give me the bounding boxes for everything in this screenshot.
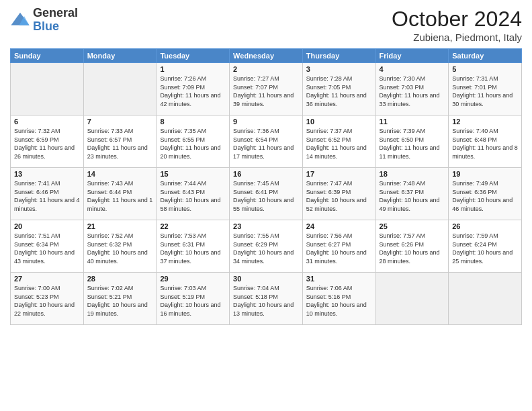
header-tuesday: Tuesday [157,49,230,63]
day-info: Sunrise: 7:28 AM Sunset: 7:05 PM Dayligh… [306,75,372,108]
cell-week1-day6: 4Sunrise: 7:30 AM Sunset: 7:03 PM Daylig… [375,63,449,116]
logo-text: General Blue [33,7,78,34]
day-info: Sunrise: 7:43 AM Sunset: 6:44 PM Dayligh… [87,179,153,213]
day-info: Sunrise: 7:02 AM Sunset: 5:21 PM Dayligh… [87,284,153,318]
day-info: Sunrise: 7:32 AM Sunset: 6:59 PM Dayligh… [14,127,80,161]
logo-blue: Blue [33,19,59,33]
cell-week4-day7: 26Sunrise: 7:59 AM Sunset: 6:24 PM Dayli… [449,220,522,273]
day-info: Sunrise: 7:31 AM Sunset: 7:01 PM Dayligh… [452,75,518,108]
day-number: 8 [160,118,226,126]
day-info: Sunrise: 7:04 AM Sunset: 5:18 PM Dayligh… [233,284,299,318]
day-number: 4 [380,65,445,73]
header-wednesday: Wednesday [230,49,303,63]
day-info: Sunrise: 7:48 AM Sunset: 6:37 PM Dayligh… [380,179,445,213]
day-info: Sunrise: 7:35 AM Sunset: 6:55 PM Dayligh… [160,127,226,161]
cell-week3-day3: 15Sunrise: 7:44 AM Sunset: 6:43 PM Dayli… [157,168,230,220]
day-info: Sunrise: 7:45 AM Sunset: 6:41 PM Dayligh… [233,179,299,213]
title-block: October 2024 Zubiena, Piedmont, Italy [392,7,522,43]
day-number: 17 [306,170,372,178]
cell-week1-day7: 5Sunrise: 7:31 AM Sunset: 7:01 PM Daylig… [449,63,522,116]
day-number: 13 [14,170,80,178]
cell-week5-day3: 29Sunrise: 7:03 AM Sunset: 5:19 PM Dayli… [157,273,230,325]
cell-week5-day7 [449,273,522,325]
day-number: 25 [380,222,445,230]
day-number: 5 [452,65,518,73]
cell-week2-day4: 9Sunrise: 7:36 AM Sunset: 6:54 PM Daylig… [230,116,303,168]
day-number: 10 [306,118,372,126]
day-info: Sunrise: 7:00 AM Sunset: 5:23 PM Dayligh… [14,284,80,318]
calendar-table: Sunday Monday Tuesday Wednesday Thursday… [10,48,522,325]
cell-week5-day5: 31Sunrise: 7:06 AM Sunset: 5:16 PM Dayli… [302,273,375,325]
cell-week4-day6: 25Sunrise: 7:57 AM Sunset: 6:26 PM Dayli… [375,220,449,273]
cell-week2-day1: 6Sunrise: 7:32 AM Sunset: 6:59 PM Daylig… [11,116,84,168]
day-number: 9 [233,118,299,126]
cell-week3-day7: 19Sunrise: 7:49 AM Sunset: 6:36 PM Dayli… [449,168,522,220]
day-info: Sunrise: 7:57 AM Sunset: 6:26 PM Dayligh… [380,232,445,265]
day-number: 21 [87,222,153,230]
cell-week4-day4: 23Sunrise: 7:55 AM Sunset: 6:29 PM Dayli… [230,220,303,273]
day-number: 22 [160,222,226,230]
cell-week2-day5: 10Sunrise: 7:37 AM Sunset: 6:52 PM Dayli… [302,116,375,168]
day-number: 30 [233,275,299,283]
cell-week1-day1 [11,63,84,116]
day-number: 19 [452,170,518,178]
week-row-3: 13Sunrise: 7:41 AM Sunset: 6:46 PM Dayli… [11,168,522,220]
day-info: Sunrise: 7:59 AM Sunset: 6:24 PM Dayligh… [452,232,518,265]
day-info: Sunrise: 7:37 AM Sunset: 6:52 PM Dayligh… [306,127,372,161]
day-info: Sunrise: 7:49 AM Sunset: 6:36 PM Dayligh… [452,179,518,213]
day-number: 31 [306,275,372,283]
week-row-4: 20Sunrise: 7:51 AM Sunset: 6:34 PM Dayli… [11,220,522,273]
cell-week5-day4: 30Sunrise: 7:04 AM Sunset: 5:18 PM Dayli… [230,273,303,325]
cell-week3-day5: 17Sunrise: 7:47 AM Sunset: 6:39 PM Dayli… [302,168,375,220]
day-info: Sunrise: 7:47 AM Sunset: 6:39 PM Dayligh… [306,179,372,213]
day-info: Sunrise: 7:39 AM Sunset: 6:50 PM Dayligh… [380,127,445,161]
day-number: 27 [14,275,80,283]
cell-week5-day1: 27Sunrise: 7:00 AM Sunset: 5:23 PM Dayli… [11,273,84,325]
page: General Blue October 2024 Zubiena, Piedm… [0,0,532,411]
day-number: 29 [160,275,226,283]
day-info: Sunrise: 7:51 AM Sunset: 6:34 PM Dayligh… [14,232,80,265]
cell-week1-day5: 3Sunrise: 7:28 AM Sunset: 7:05 PM Daylig… [302,63,375,116]
cell-week3-day1: 13Sunrise: 7:41 AM Sunset: 6:46 PM Dayli… [11,168,84,220]
day-number: 11 [380,118,445,126]
week-row-1: 1Sunrise: 7:26 AM Sunset: 7:09 PM Daylig… [11,63,522,116]
day-number: 16 [233,170,299,178]
day-info: Sunrise: 7:44 AM Sunset: 6:43 PM Dayligh… [160,179,226,213]
header-sunday: Sunday [11,49,84,63]
header-thursday: Thursday [302,49,375,63]
cell-week3-day4: 16Sunrise: 7:45 AM Sunset: 6:41 PM Dayli… [230,168,303,220]
cell-week2-day6: 11Sunrise: 7:39 AM Sunset: 6:50 PM Dayli… [375,116,449,168]
day-info: Sunrise: 7:33 AM Sunset: 6:57 PM Dayligh… [87,127,153,161]
week-row-2: 6Sunrise: 7:32 AM Sunset: 6:59 PM Daylig… [11,116,522,168]
day-info: Sunrise: 7:30 AM Sunset: 7:03 PM Dayligh… [380,75,445,108]
day-number: 14 [87,170,153,178]
header-monday: Monday [83,49,157,63]
day-number: 7 [87,118,153,126]
day-number: 1 [160,65,226,73]
day-info: Sunrise: 7:36 AM Sunset: 6:54 PM Dayligh… [233,127,299,161]
day-info: Sunrise: 7:27 AM Sunset: 7:07 PM Dayligh… [233,75,299,108]
cell-week2-day7: 12Sunrise: 7:40 AM Sunset: 6:48 PM Dayli… [449,116,522,168]
day-info: Sunrise: 7:55 AM Sunset: 6:29 PM Dayligh… [233,232,299,265]
day-number: 20 [14,222,80,230]
cell-week4-day3: 22Sunrise: 7:53 AM Sunset: 6:31 PM Dayli… [157,220,230,273]
location: Zubiena, Piedmont, Italy [392,32,522,43]
calendar-body: 1Sunrise: 7:26 AM Sunset: 7:09 PM Daylig… [11,63,522,325]
logo-general: General [33,6,78,19]
cell-week4-day1: 20Sunrise: 7:51 AM Sunset: 6:34 PM Dayli… [11,220,84,273]
week-row-5: 27Sunrise: 7:00 AM Sunset: 5:23 PM Dayli… [11,273,522,325]
day-number: 2 [233,65,299,73]
cell-week4-day5: 24Sunrise: 7:56 AM Sunset: 6:27 PM Dayli… [302,220,375,273]
logo: General Blue [10,7,78,34]
cell-week3-day6: 18Sunrise: 7:48 AM Sunset: 6:37 PM Dayli… [375,168,449,220]
day-info: Sunrise: 7:03 AM Sunset: 5:19 PM Dayligh… [160,284,226,318]
cell-week1-day4: 2Sunrise: 7:27 AM Sunset: 7:07 PM Daylig… [230,63,303,116]
header: General Blue October 2024 Zubiena, Piedm… [10,7,522,43]
day-info: Sunrise: 7:06 AM Sunset: 5:16 PM Dayligh… [306,284,372,318]
logo-icon [10,10,30,30]
day-number: 26 [452,222,518,230]
day-info: Sunrise: 7:41 AM Sunset: 6:46 PM Dayligh… [14,179,80,213]
header-saturday: Saturday [449,49,522,63]
cell-week2-day2: 7Sunrise: 7:33 AM Sunset: 6:57 PM Daylig… [83,116,157,168]
cell-week5-day6 [375,273,449,325]
